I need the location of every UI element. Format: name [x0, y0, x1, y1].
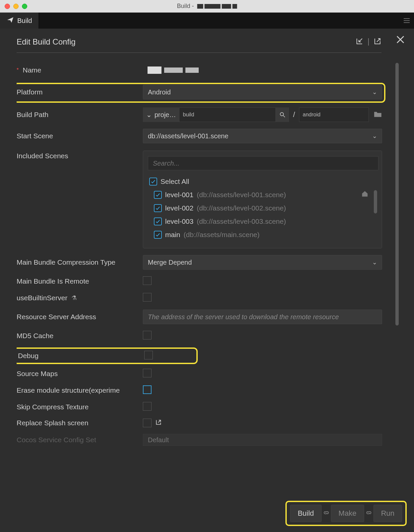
- buildpath-dir-input[interactable]: build: [179, 107, 275, 122]
- select-all-row[interactable]: Select All: [148, 175, 378, 188]
- cocos-select[interactable]: Default: [143, 434, 382, 446]
- splash-label: Replace Splash screen: [17, 419, 88, 427]
- buildpath-base: proje…: [155, 111, 176, 119]
- startscene-row: Start Scene db://assets/level-001.scene …: [17, 129, 382, 143]
- select-all-checkbox[interactable]: [149, 178, 157, 186]
- scene-checkbox[interactable]: [154, 217, 162, 225]
- name-input[interactable]: [143, 63, 382, 77]
- debug-label: Debug: [18, 352, 39, 360]
- select-all-label: Select All: [160, 178, 189, 186]
- scenes-search-input[interactable]: [148, 156, 378, 170]
- cocos-label: Cocos Service Config Set: [17, 436, 96, 444]
- builtin-server-checkbox[interactable]: [143, 293, 152, 302]
- paper-plane-icon: [7, 16, 14, 25]
- svg-line-6: [283, 116, 285, 117]
- window-title-redacted: [197, 4, 237, 9]
- window-title: Build -: [177, 3, 237, 10]
- compression-row: Main Bundle Compression Type Merge Depen…: [17, 255, 382, 270]
- resource-address-input[interactable]: The address of the server used to downlo…: [143, 310, 382, 324]
- scene-list-scrollbar[interactable]: [374, 190, 377, 213]
- scene-path: (db://assets/main.scene): [184, 231, 260, 239]
- tabbar: Build: [0, 13, 414, 29]
- scene-row[interactable]: main (db://assets/main.scene): [148, 228, 378, 241]
- platform-label: Platform: [17, 88, 43, 96]
- scene-path: (db://assets/level-003.scene): [197, 217, 286, 225]
- md5-row: MD5 Cache: [17, 331, 382, 341]
- splash-checkbox[interactable]: [143, 419, 152, 427]
- scene-row[interactable]: level-001 (db://assets/level-001.scene): [148, 188, 378, 201]
- scene-checkbox[interactable]: [154, 231, 162, 239]
- platform-value: Android: [148, 88, 171, 96]
- home-scene-icon[interactable]: [361, 190, 368, 199]
- scene-checkbox[interactable]: [154, 191, 162, 199]
- skip-compress-checkbox[interactable]: [143, 402, 152, 411]
- scene-checkbox[interactable]: [154, 204, 162, 212]
- link-icon: [364, 509, 373, 517]
- remote-label: Main Bundle Is Remote: [17, 277, 89, 285]
- md5-checkbox[interactable]: [143, 331, 152, 339]
- build-config-panel: Edit Build Config * Name: [0, 29, 414, 532]
- form-scroll-area[interactable]: * Name Platform Android: [17, 63, 401, 532]
- resource-address-label: Resource Server Address: [17, 313, 96, 321]
- hamburger-menu-button[interactable]: [403, 13, 411, 29]
- close-window-button[interactable]: [5, 4, 10, 9]
- folder-browse-button[interactable]: [369, 110, 382, 119]
- buildpath-base-select[interactable]: ⌄ proje…: [143, 107, 179, 122]
- scene-path: (db://assets/level-001.scene): [197, 191, 286, 199]
- app-window: Build - Build Edit Build Config: [0, 0, 414, 532]
- scene-path: (db://assets/level-002.scene): [197, 204, 286, 212]
- debug-row: Debug: [18, 351, 193, 361]
- actions-highlight: Build Make Run: [285, 501, 407, 526]
- compression-label: Main Bundle Compression Type: [17, 258, 115, 266]
- scene-name: main: [165, 231, 180, 239]
- erase-row: Erase module structure(experime: [17, 385, 382, 395]
- startscene-value: db://assets/level-001.scene: [148, 132, 228, 140]
- export-icon[interactable]: [373, 37, 381, 47]
- scene-row[interactable]: level-003 (db://assets/level-003.scene): [148, 215, 378, 228]
- make-button[interactable]: Make: [331, 505, 364, 522]
- splash-popout-button[interactable]: [152, 419, 162, 427]
- zoom-window-button[interactable]: [22, 4, 27, 9]
- debug-checkbox[interactable]: [144, 351, 153, 359]
- builtin-server-label: useBuiltinServer: [17, 294, 67, 302]
- scene-name: level-001: [165, 191, 193, 199]
- remote-checkbox[interactable]: [143, 276, 152, 285]
- skip-compress-label: Skip Compress Texture: [17, 403, 89, 411]
- buildpath-dir: build: [183, 112, 194, 118]
- scene-name: level-002: [165, 204, 193, 212]
- close-panel-button[interactable]: [395, 35, 405, 46]
- panel-title: Edit Build Config: [17, 37, 75, 47]
- buildpath-label: Build Path: [17, 111, 49, 119]
- search-path-button[interactable]: [276, 107, 289, 122]
- startscene-select[interactable]: db://assets/level-001.scene ⌄: [143, 129, 382, 143]
- chevron-down-icon: ⌄: [146, 111, 152, 119]
- resource-address-placeholder: The address of the server used to downlo…: [148, 313, 339, 321]
- run-button[interactable]: Run: [373, 505, 402, 522]
- builtin-server-row: useBuiltinServer ⚗: [17, 293, 382, 303]
- md5-label: MD5 Cache: [17, 332, 53, 340]
- minimize-window-button[interactable]: [13, 4, 19, 9]
- splash-row: Replace Splash screen: [17, 419, 382, 427]
- tab-build[interactable]: Build: [0, 13, 39, 29]
- cocos-value: Default: [148, 436, 169, 444]
- required-asterisk: *: [17, 67, 19, 73]
- scene-list: level-001 (db://assets/level-001.scene) …: [148, 188, 378, 241]
- window-title-text: Build -: [177, 3, 194, 10]
- panel-scrollbar[interactable]: [395, 63, 399, 326]
- included-scenes-box: Select All level-001 (db://assets/level-…: [143, 151, 382, 248]
- sourcemaps-checkbox[interactable]: [143, 369, 152, 377]
- scene-row[interactable]: level-002 (db://assets/level-002.scene): [148, 201, 378, 215]
- buildpath-subdir-input[interactable]: android: [299, 107, 369, 122]
- erase-checkbox[interactable]: [143, 385, 152, 394]
- compression-select[interactable]: Merge Depend ⌄: [143, 255, 382, 270]
- import-icon[interactable]: [356, 37, 363, 47]
- build-button[interactable]: Build: [290, 505, 322, 522]
- traffic-lights: [5, 4, 27, 9]
- cocos-row: Cocos Service Config Set Default: [17, 434, 382, 446]
- platform-select[interactable]: Android ⌄: [143, 85, 382, 99]
- compression-value: Merge Depend: [148, 259, 192, 266]
- name-label: Name: [23, 66, 41, 74]
- tab-label: Build: [17, 17, 32, 25]
- svg-point-5: [280, 112, 283, 116]
- titlebar: Build -: [0, 0, 414, 13]
